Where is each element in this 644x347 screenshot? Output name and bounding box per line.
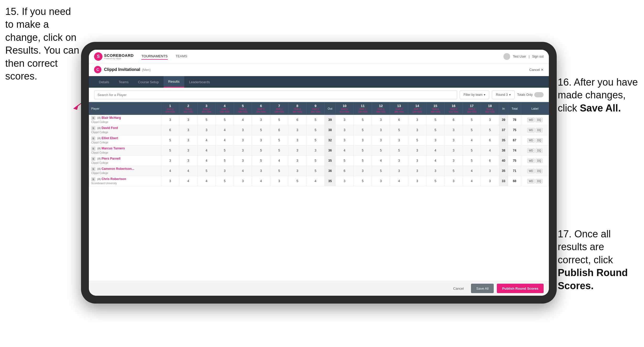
hole-10-score[interactable]: 3: [335, 176, 354, 186]
hole-14-score[interactable]: 3: [408, 125, 427, 135]
hole-18-score[interactable]: 3: [481, 115, 499, 125]
hole-3-score[interactable]: 4: [197, 176, 216, 186]
hole-14-score[interactable]: 3: [408, 176, 427, 186]
hole-17-score[interactable]: 4: [463, 135, 481, 145]
tab-course-setup[interactable]: Course Setup: [133, 77, 164, 87]
hole-14-score[interactable]: 5: [408, 135, 427, 145]
hole-1-score[interactable]: 3: [161, 115, 179, 125]
hole-7-score[interactable]: 3: [270, 176, 288, 186]
wd-button[interactable]: WD: [527, 179, 535, 183]
hole-12-score[interactable]: 3: [372, 125, 390, 135]
hole-6-score[interactable]: 3: [252, 166, 270, 176]
hole-14-score[interactable]: 3: [408, 156, 427, 166]
hole-12-score[interactable]: 5: [372, 166, 390, 176]
hole-16-score[interactable]: 3: [445, 135, 463, 145]
round-selector-button[interactable]: Round 3 ▾: [492, 90, 514, 99]
hole-13-score[interactable]: 4: [390, 176, 408, 186]
hole-11-score[interactable]: 5: [354, 156, 372, 166]
totals-toggle-switch[interactable]: [534, 92, 544, 97]
hole-8-score[interactable]: 3: [288, 145, 307, 156]
hole-7-score[interactable]: 6: [270, 125, 288, 135]
hole-10-score[interactable]: 3: [335, 135, 354, 145]
hole-4-score[interactable]: 5: [216, 176, 234, 186]
hole-11-score[interactable]: 5: [354, 125, 372, 135]
hole-14-score[interactable]: 3: [408, 145, 427, 156]
hole-1-score[interactable]: 3: [161, 156, 179, 166]
nav-tournaments[interactable]: TOURNAMENTS: [141, 53, 168, 60]
hole-6-score[interactable]: 5: [252, 156, 270, 166]
wd-button[interactable]: WD: [527, 128, 535, 132]
hole-2-score[interactable]: 3: [179, 156, 198, 166]
hole-2-score[interactable]: 3: [179, 125, 198, 135]
footer-cancel-button[interactable]: Cancel: [449, 284, 468, 293]
hole-13-score[interactable]: 3: [390, 156, 408, 166]
tab-details[interactable]: Details: [94, 77, 114, 87]
hole-2-score[interactable]: 4: [179, 176, 198, 186]
hole-9-score[interactable]: 3: [306, 145, 325, 156]
hole-18-score[interactable]: 3: [481, 176, 499, 186]
hole-10-score[interactable]: 4: [335, 145, 354, 156]
hole-8-score[interactable]: 6: [288, 115, 307, 125]
hole-14-score[interactable]: 3: [408, 166, 427, 176]
hole-13-score[interactable]: 3: [390, 135, 408, 145]
hole-12-score[interactable]: 4: [372, 156, 390, 166]
hole-17-score[interactable]: 5: [463, 145, 481, 156]
hole-4-score[interactable]: 5: [216, 115, 234, 125]
hole-12-score[interactable]: 3: [372, 115, 390, 125]
hole-7-score[interactable]: 5: [270, 145, 288, 156]
wd-button[interactable]: WD: [527, 148, 535, 153]
hole-16-score[interactable]: 5: [445, 166, 463, 176]
dq-button[interactable]: DQ: [536, 118, 543, 122]
hole-17-score[interactable]: 4: [463, 166, 481, 176]
hole-11-score[interactable]: 5: [354, 176, 372, 186]
hole-5-score[interactable]: 3: [234, 176, 252, 186]
hole-11-score[interactable]: 3: [354, 135, 372, 145]
hole-9-score[interactable]: 5: [306, 156, 325, 166]
hole-15-score[interactable]: 4: [426, 145, 445, 156]
hole-1-score[interactable]: 5: [161, 135, 179, 145]
hole-9-score[interactable]: 5: [306, 115, 325, 125]
dq-button[interactable]: DQ: [536, 159, 543, 163]
hole-6-score[interactable]: 5: [252, 145, 270, 156]
hole-13-score[interactable]: 5: [390, 125, 408, 135]
hole-3-score[interactable]: 3: [197, 125, 216, 135]
tab-teams[interactable]: Teams: [114, 77, 133, 87]
hole-16-score[interactable]: 6: [445, 115, 463, 125]
hole-8-score[interactable]: 3: [288, 156, 307, 166]
hole-11-score[interactable]: 5: [354, 115, 372, 125]
hole-16-score[interactable]: 3: [445, 156, 463, 166]
hole-6-score[interactable]: 5: [252, 125, 270, 135]
hole-10-score[interactable]: 3: [335, 125, 354, 135]
wd-button[interactable]: WD: [527, 169, 535, 173]
filter-by-team-button[interactable]: Filter by team ▾: [460, 90, 490, 99]
hole-17-score[interactable]: 5: [463, 156, 481, 166]
hole-12-score[interactable]: 3: [372, 135, 390, 145]
dq-button[interactable]: DQ: [536, 169, 543, 173]
signout-link[interactable]: Sign out: [532, 55, 544, 58]
wd-button[interactable]: WD: [527, 159, 535, 163]
hole-4-score[interactable]: 5: [216, 145, 234, 156]
hole-7-score[interactable]: 5: [270, 115, 288, 125]
tab-leaderboards[interactable]: Leaderboards: [184, 77, 215, 87]
hole-15-score[interactable]: 5: [426, 176, 445, 186]
tab-results[interactable]: Results: [164, 76, 184, 88]
hole-18-score[interactable]: 5: [481, 125, 499, 135]
hole-8-score[interactable]: 3: [288, 166, 307, 176]
hole-3-score[interactable]: 5: [197, 115, 216, 125]
hole-10-score[interactable]: 5: [335, 156, 354, 166]
hole-2-score[interactable]: 3: [179, 115, 198, 125]
hole-13-score[interactable]: 5: [390, 145, 408, 156]
hole-3-score[interactable]: 5: [197, 166, 216, 176]
hole-11-score[interactable]: 5: [354, 145, 372, 156]
hole-5-score[interactable]: 4: [234, 166, 252, 176]
dq-button[interactable]: DQ: [536, 179, 543, 183]
hole-2-score[interactable]: 3: [179, 135, 198, 145]
dq-button[interactable]: DQ: [536, 148, 543, 153]
hole-4-score[interactable]: 3: [216, 166, 234, 176]
hole-11-score[interactable]: 3: [354, 166, 372, 176]
hole-18-score[interactable]: 6: [481, 156, 499, 166]
hole-5-score[interactable]: 3: [234, 145, 252, 156]
hole-16-score[interactable]: 3: [445, 176, 463, 186]
hole-13-score[interactable]: 6: [390, 115, 408, 125]
publish-round-scores-button[interactable]: Publish Round Scores: [497, 284, 544, 293]
